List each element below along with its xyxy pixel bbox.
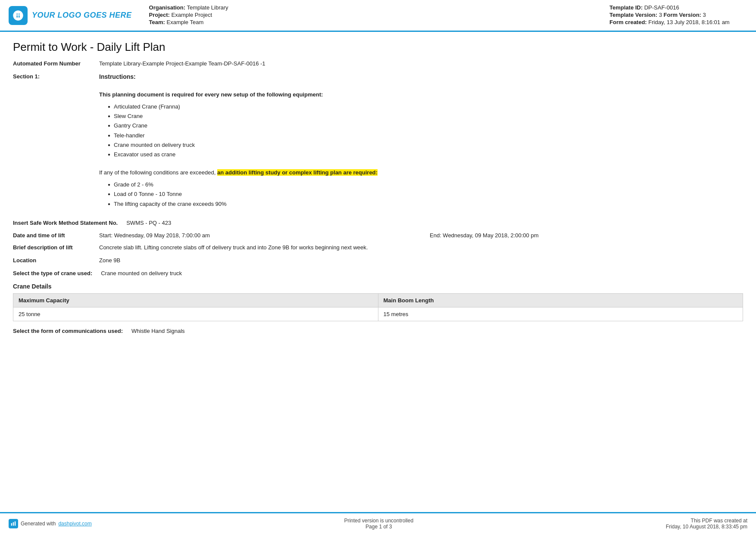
- footer-generated-text: Generated with: [21, 521, 56, 527]
- list-item: Excavator used as crane: [108, 151, 743, 158]
- footer-center-line1: Printed version is uncontrolled: [344, 518, 413, 524]
- crane-col2-value: 15 metres: [378, 307, 743, 321]
- comms-value: Whistle Hand Signals: [131, 327, 743, 335]
- equipment-list: Articulated Crane (Franna) Slew Crane Ga…: [99, 103, 743, 158]
- org-label: Organisation:: [149, 4, 186, 11]
- logo-text: YOUR LOGO GOES HERE: [32, 11, 132, 20]
- list-item-text: Gantry Crane: [114, 122, 147, 130]
- date-end: End: Wednesday, 09 May 2018, 2:00:00 pm: [412, 232, 743, 239]
- team-value: Example Team: [166, 19, 203, 25]
- page-title: Permit to Work - Daily Lift Plan: [13, 40, 743, 54]
- location-row: Location Zone 9B: [13, 257, 743, 264]
- form-created-label: Form created:: [609, 19, 647, 25]
- automated-form-label: Automated Form Number: [13, 60, 99, 68]
- conditions-list: Grade of 2 - 6% Load of 0 Tonne - 10 Ton…: [99, 181, 743, 208]
- header-meta-center: Organisation: Template Library Project: …: [149, 4, 609, 26]
- template-version-value: 3: [659, 12, 662, 18]
- crane-type-label: Select the type of crane used:: [13, 270, 101, 277]
- list-item-text: Grade of 2 - 6%: [114, 181, 153, 189]
- swms-label: Insert Safe Work Method Statement No.: [13, 219, 126, 227]
- template-id-value: DP-SAF-0016: [644, 4, 679, 11]
- template-id-row: Template ID: DP-SAF-0016: [609, 4, 747, 11]
- location-label: Location: [13, 257, 99, 264]
- form-created-row: Form created: Friday, 13 July 2018, 8:16…: [609, 19, 747, 25]
- footer-logo-svg: [10, 521, 16, 527]
- list-item: Articulated Crane (Franna): [108, 103, 743, 111]
- section1-row: Section 1: Instructions: This planning d…: [13, 73, 743, 214]
- template-version-label: Template Version:: [609, 12, 657, 18]
- instructions-heading: Instructions:: [99, 73, 743, 81]
- list-item-text: The lifting capacity of the crane exceed…: [114, 200, 227, 208]
- crane-col2-header: Main Boom Length: [378, 293, 743, 307]
- form-version-value: 3: [703, 12, 706, 18]
- list-item: Slew Crane: [108, 112, 743, 120]
- page-header: YOUR LOGO GOES HERE Organisation: Templa…: [0, 0, 756, 32]
- list-item-text: Load of 0 Tonne - 10 Tonne: [114, 190, 182, 198]
- date-values: Start: Wednesday, 09 May 2018, 7:00:00 a…: [99, 232, 743, 239]
- table-row: 25 tonne 15 metres: [13, 307, 743, 321]
- footer-logo-icon: [9, 519, 18, 528]
- swms-row: Insert Safe Work Method Statement No. SW…: [13, 219, 743, 227]
- list-item: Crane mounted on delivery truck: [108, 141, 743, 149]
- comms-label: Select the form of communications used:: [13, 327, 131, 335]
- brief-desc-label: Brief description of lift: [13, 244, 99, 251]
- footer-right-line2: Friday, 10 August 2018, 8:33:45 pm: [666, 524, 747, 530]
- list-item-text: Articulated Crane (Franna): [114, 103, 180, 111]
- team-label: Team:: [149, 19, 165, 25]
- section1-label: Section 1:: [13, 73, 99, 214]
- main-content: Permit to Work - Daily Lift Plan Automat…: [0, 32, 756, 349]
- logo-icon: [9, 6, 28, 25]
- crane-col1-header: Maximum Capacity: [13, 293, 378, 307]
- list-item-text: Slew Crane: [114, 112, 143, 120]
- conditional-highlighted: an addition lifting study or complex lif…: [217, 169, 378, 176]
- crane-col1-value: 25 tonne: [13, 307, 378, 321]
- brief-desc-value: Concrete slab lift. Lifting concrete sla…: [99, 244, 743, 251]
- form-version-label: Form Version:: [664, 12, 703, 18]
- location-value: Zone 9B: [99, 257, 743, 264]
- list-item: The lifting capacity of the crane exceed…: [108, 200, 743, 208]
- list-item-text: Crane mounted on delivery truck: [114, 141, 195, 149]
- crane-type-value: Crane mounted on delivery truck: [101, 270, 743, 277]
- conditional-prefix: If any of the following conditions are e…: [99, 169, 216, 176]
- crane-table: Maximum Capacity Main Boom Length 25 ton…: [13, 293, 743, 321]
- page-footer: Generated with dashpivot.com Printed ver…: [0, 512, 756, 534]
- list-item: Gantry Crane: [108, 122, 743, 130]
- list-item: Tele-handler: [108, 132, 743, 140]
- list-item: Load of 0 Tonne - 10 Tonne: [108, 190, 743, 198]
- footer-center: Printed version is uncontrolled Page 1 o…: [344, 518, 413, 530]
- footer-right: This PDF was created at Friday, 10 Augus…: [666, 518, 747, 530]
- org-row: Organisation: Template Library: [149, 4, 609, 11]
- automated-form-row: Automated Form Number Template Library-E…: [13, 60, 743, 68]
- instructions-block: Instructions: This planning document is …: [99, 73, 743, 214]
- crane-details-heading: Crane Details: [13, 283, 743, 290]
- version-row: Template Version: 3 Form Version: 3: [609, 12, 747, 18]
- template-id-label: Template ID:: [609, 4, 643, 11]
- brief-desc-row: Brief description of lift Concrete slab …: [13, 244, 743, 251]
- logo-svg: [12, 9, 24, 22]
- team-row: Team: Example Team: [149, 19, 609, 25]
- automated-form-value: Template Library-Example Project-Example…: [99, 60, 743, 68]
- org-value: Template Library: [187, 4, 228, 11]
- footer-link[interactable]: dashpivot.com: [58, 521, 91, 527]
- svg-rect-1: [13, 522, 14, 526]
- header-meta-right: Template ID: DP-SAF-0016 Template Versio…: [609, 4, 747, 26]
- form-created-value: Friday, 13 July 2018, 8:16:01 am: [648, 19, 729, 25]
- project-value: Example Project: [172, 12, 212, 18]
- instructions-intro: This planning document is required for e…: [99, 91, 743, 99]
- list-item-text: Excavator used as crane: [114, 151, 175, 158]
- project-label: Project:: [149, 12, 170, 18]
- svg-rect-2: [15, 522, 16, 526]
- project-row: Project: Example Project: [149, 12, 609, 18]
- date-time-row: Date and time of lift Start: Wednesday, …: [13, 232, 743, 239]
- date-start: Start: Wednesday, 09 May 2018, 7:00:00 a…: [99, 232, 412, 239]
- list-item-text: Tele-handler: [114, 132, 145, 140]
- svg-rect-0: [11, 523, 12, 526]
- footer-center-line2: Page 1 of 3: [344, 524, 413, 530]
- comms-row: Select the form of communications used: …: [13, 327, 743, 335]
- conditional-text: If any of the following conditions are e…: [99, 169, 743, 177]
- crane-type-row: Select the type of crane used: Crane mou…: [13, 270, 743, 277]
- swms-value: SWMS - PQ - 423: [126, 219, 743, 227]
- footer-right-line1: This PDF was created at: [666, 518, 747, 524]
- date-time-label: Date and time of lift: [13, 232, 99, 239]
- list-item: Grade of 2 - 6%: [108, 181, 743, 189]
